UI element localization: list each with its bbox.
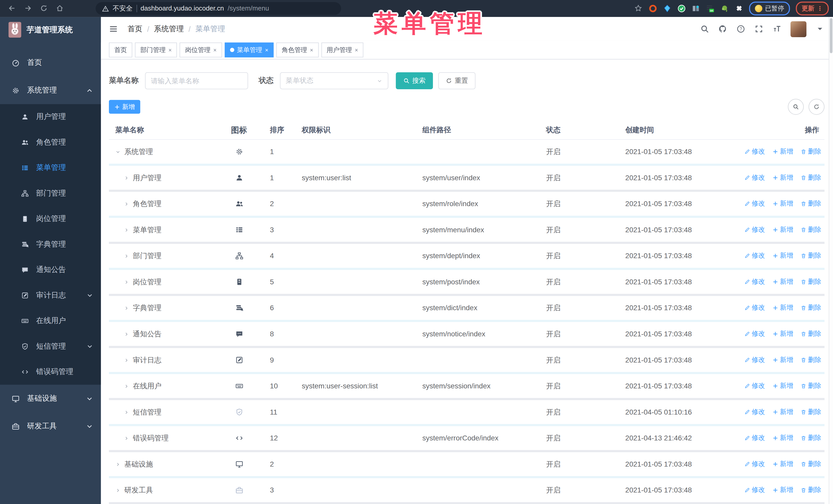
table-row[interactable]: 审计日志9开启2021-01-05 17:03:48修改新增删除 [109, 348, 825, 374]
github-icon[interactable] [718, 24, 727, 33]
row-delete-link[interactable]: 删除 [801, 433, 822, 442]
row-add-link[interactable]: 新增 [772, 356, 793, 364]
row-edit-link[interactable]: 修改 [744, 356, 765, 364]
row-edit-link[interactable]: 修改 [744, 147, 765, 156]
table-row[interactable]: 通知公告8system/notice/index开启2021-01-05 17:… [109, 322, 825, 348]
row-add-link[interactable]: 新增 [772, 433, 793, 442]
row-delete-link[interactable]: 删除 [801, 356, 822, 364]
tab-user[interactable]: 用户管理× [321, 43, 363, 57]
status-select[interactable]: 菜单状态 [280, 72, 388, 89]
row-delete-link[interactable]: 删除 [801, 460, 822, 469]
table-row[interactable]: 菜单管理3system/menu/index开启2021-01-05 17:03… [109, 218, 825, 244]
table-row[interactable]: 系统管理1开启2021-01-05 17:03:48修改新增删除 [109, 140, 825, 166]
row-delete-link[interactable]: 删除 [801, 199, 822, 208]
breadcrumb-home[interactable]: 首页 [127, 24, 142, 33]
row-delete-link[interactable]: 删除 [801, 251, 822, 260]
table-row[interactable]: 角色管理2system/role/index开启2021-01-05 17:03… [109, 192, 825, 218]
row-delete-link[interactable]: 删除 [801, 330, 822, 338]
row-add-link[interactable]: 新增 [772, 225, 793, 234]
row-edit-link[interactable]: 修改 [744, 381, 765, 390]
row-add-link[interactable]: 新增 [772, 460, 793, 469]
tab-home[interactable]: 首页 [109, 43, 132, 57]
paused-extension-badge[interactable]: 已暂停 [749, 2, 790, 16]
row-delete-link[interactable]: 删除 [801, 147, 822, 156]
scrollbar-thumb[interactable] [830, 18, 832, 53]
row-add-link[interactable]: 新增 [772, 199, 793, 208]
row-add-link[interactable]: 新增 [772, 381, 793, 390]
sidebar-item-dept-management[interactable]: 部门管理 [0, 181, 101, 206]
row-edit-link[interactable]: 修改 [744, 433, 765, 442]
row-add-link[interactable]: 新增 [772, 485, 793, 495]
row-add-link[interactable]: 新增 [772, 251, 793, 260]
table-row[interactable]: 字典管理6system/dict/index开启2021-01-05 17:03… [109, 296, 825, 322]
address-bar[interactable]: 不安全 dashboard.yudao.iocoder.cn/system/me… [96, 2, 341, 15]
tab-close-icon[interactable]: × [310, 47, 313, 53]
tree-caret-right-icon[interactable] [115, 461, 121, 467]
fullscreen-icon[interactable] [754, 24, 763, 33]
sidebar-item-dict-management[interactable]: 字典管理 [0, 232, 101, 257]
row-edit-link[interactable]: 修改 [744, 408, 765, 416]
table-row[interactable]: 部门管理4system/dept/index开启2021-01-05 17:03… [109, 244, 825, 270]
blue-tiles-extension-icon[interactable] [692, 4, 700, 13]
row-edit-link[interactable]: 修改 [744, 304, 765, 312]
green-monkey-extension-icon[interactable] [720, 4, 729, 13]
menu-name-input[interactable] [145, 72, 248, 89]
sidebar-item-notice[interactable]: 通知公告 [0, 257, 101, 283]
table-row[interactable]: 错误码管理12system/errorCode/index开启2021-04-1… [109, 426, 825, 452]
tree-caret-right-icon[interactable] [124, 175, 129, 181]
row-add-link[interactable]: 新增 [772, 173, 793, 182]
row-edit-link[interactable]: 修改 [744, 330, 765, 338]
browser-back-icon[interactable] [8, 4, 17, 13]
browser-update-button[interactable]: 更新 ⋮ [796, 2, 829, 16]
tab-close-icon[interactable]: × [168, 47, 172, 53]
green-check-extension-icon[interactable] [677, 4, 686, 13]
tab-dept[interactable]: 部门管理× [135, 43, 177, 57]
hamburger-icon[interactable] [109, 24, 118, 33]
toggle-search-button[interactable] [788, 99, 804, 115]
browser-home-icon[interactable] [56, 4, 64, 13]
sidebar-item-post-management[interactable]: 岗位管理 [0, 206, 101, 232]
breadcrumb-system[interactable]: 系统管理 [154, 24, 184, 33]
table-row[interactable]: 在线用户10system:user-session:listsystem/ses… [109, 374, 825, 400]
row-delete-link[interactable]: 删除 [801, 408, 822, 416]
font-size-icon[interactable] [772, 24, 782, 33]
orange-ring-extension-icon[interactable] [649, 4, 657, 13]
row-add-link[interactable]: 新增 [772, 408, 793, 416]
tab-post[interactable]: 岗位管理× [180, 43, 222, 57]
row-delete-link[interactable]: 删除 [801, 485, 822, 495]
row-edit-link[interactable]: 修改 [744, 173, 765, 182]
sidebar-item-home[interactable]: 首页 [0, 49, 101, 77]
tree-caret-right-icon[interactable] [124, 279, 129, 285]
tree-caret-right-icon[interactable] [124, 305, 129, 311]
row-delete-link[interactable]: 删除 [801, 225, 822, 234]
search-button[interactable]: 搜索 [396, 72, 433, 89]
tree-caret-right-icon[interactable] [124, 201, 129, 207]
tab-close-icon[interactable]: × [265, 47, 268, 53]
sidebar-item-system-management[interactable]: 系统管理 [0, 76, 101, 104]
tree-caret-right-icon[interactable] [115, 487, 121, 493]
tree-caret-right-icon[interactable] [124, 253, 129, 259]
browser-forward-icon[interactable] [24, 4, 32, 13]
sidebar-item-menu-management[interactable]: 菜单管理 [0, 155, 101, 181]
row-delete-link[interactable]: 删除 [801, 381, 822, 390]
sidebar-item-audit-log[interactable]: 审计日志 [0, 283, 101, 308]
row-edit-link[interactable]: 修改 [744, 199, 765, 208]
row-edit-link[interactable]: 修改 [744, 225, 765, 234]
table-row[interactable]: 用户管理1system:user:listsystem/user/index开启… [109, 166, 825, 192]
blue-gem-extension-icon[interactable] [663, 4, 671, 13]
sidebar-item-dev-tools[interactable]: 研发工具 [0, 412, 101, 440]
add-button[interactable]: 新增 [109, 100, 140, 114]
row-edit-link[interactable]: 修改 [744, 251, 765, 260]
sidebar-item-infrastructure[interactable]: 基础设施 [0, 385, 101, 412]
row-delete-link[interactable]: 删除 [801, 173, 822, 182]
tab-close-icon[interactable]: × [213, 47, 217, 53]
header-search-icon[interactable] [700, 24, 709, 33]
tab-role[interactable]: 角色管理× [276, 43, 318, 57]
table-row[interactable]: 研发工具3开启2021-01-05 17:03:48修改新增删除 [109, 478, 825, 504]
refresh-table-button[interactable] [809, 99, 825, 115]
row-delete-link[interactable]: 删除 [801, 304, 822, 312]
row-delete-link[interactable]: 删除 [801, 278, 822, 286]
sidebar-item-user-management[interactable]: 用户管理 [0, 104, 101, 129]
browser-reload-icon[interactable] [40, 4, 48, 13]
tree-caret-right-icon[interactable] [124, 383, 129, 389]
